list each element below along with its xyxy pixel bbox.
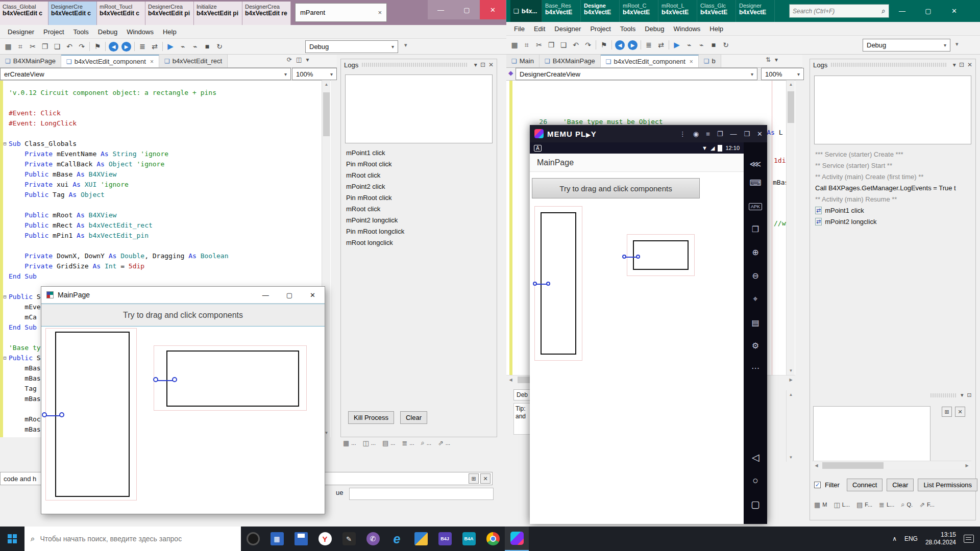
scrollbar-thumb[interactable] (788, 91, 794, 123)
stop-icon[interactable]: ■ (707, 39, 720, 51)
dock-icon[interactable]: ⊞ (469, 473, 479, 484)
logs-horizontal-scrollbar[interactable]: ◀ ▶ (812, 461, 971, 469)
settings-icon[interactable]: ⚙ (744, 341, 767, 350)
log-entry[interactable]: Pin mRoot click (346, 192, 493, 203)
close-panel-icon[interactable]: ✕ (967, 61, 972, 68)
memu-titlebar[interactable]: MEMU PL▶Y ⋮◉≡❐—❒✕ (530, 125, 767, 142)
code-tab[interactable]: ❏Main (506, 55, 540, 67)
scroll-right-icon[interactable]: ▶ (963, 461, 971, 470)
log-entry[interactable]: mPoint2 longclick (346, 214, 493, 226)
volume-up-icon[interactable]: ⊕ (744, 247, 767, 257)
panel-tab[interactable]: ≣... (402, 439, 414, 447)
window-tab[interactable]: DesignerCreb4xVectEdit c (48, 2, 97, 25)
home-icon[interactable]: ○ (744, 475, 767, 486)
menu-item[interactable]: Designer (3, 26, 39, 38)
pin-terminal[interactable] (546, 282, 550, 286)
drag-hint-label[interactable]: Try to drag and click components (41, 304, 325, 327)
fold-icon[interactable]: ⊟ (1, 353, 9, 363)
scrollbar-thumb[interactable] (323, 92, 330, 136)
save-icon[interactable] (289, 527, 313, 551)
rect-component[interactable] (166, 350, 299, 407)
close-panel-icon[interactable]: ✕ (955, 407, 965, 417)
panel-tab[interactable]: ⌕Q. (901, 500, 913, 509)
window-tab[interactable]: mRoot_Touclb4xVectEdit c (97, 2, 145, 25)
menu-item[interactable]: File (509, 23, 529, 35)
menu-item[interactable]: Help (705, 23, 728, 35)
stop-icon[interactable]: ■ (201, 40, 213, 53)
pin-panel-icon[interactable]: ⊡ (967, 392, 972, 398)
window-tab[interactable]: mRoot_Lb4xVectE (658, 0, 697, 22)
watch-box[interactable] (813, 406, 930, 461)
window-tab[interactable]: mRoot_Cb4xVectE (620, 0, 658, 22)
scroll-up-icon[interactable]: ▲ (322, 80, 331, 89)
modules-icon[interactable]: ▦ (2, 40, 14, 53)
cut-icon[interactable]: ✂ (533, 39, 545, 51)
panel-tab[interactable]: ⌕... (421, 439, 431, 447)
maximize-button[interactable]: ▢ (915, 0, 941, 22)
search-input[interactable] (793, 8, 869, 15)
panel-tab[interactable]: ◫L... (834, 500, 850, 509)
bookmark-icon[interactable]: ⚑ (91, 40, 104, 53)
cut-icon[interactable]: ✂ (27, 40, 39, 53)
panel-tab[interactable]: ▤F... (856, 500, 872, 509)
code-app-icon[interactable]: ✎ (337, 527, 361, 551)
scroll-down-icon[interactable]: ▼ (787, 366, 795, 375)
fold-icon[interactable]: ⊟ (1, 292, 9, 302)
close-panel-icon[interactable]: ✕ (488, 61, 494, 68)
minimize-button[interactable]: — (889, 0, 915, 22)
menu-item[interactable]: Debug (640, 23, 669, 35)
pin-terminal[interactable] (172, 377, 177, 382)
logs-panel-header[interactable]: Logs ▾ ⊡ ✕ (810, 59, 975, 70)
recents-icon[interactable]: ▢ (744, 498, 767, 510)
window-tab[interactable]: Designerb4xVectE (736, 0, 775, 22)
log-filter-box[interactable] (814, 76, 971, 144)
tray-expand-icon[interactable]: ∧ (892, 535, 897, 542)
shared-folder-icon[interactable]: ▤ (744, 318, 767, 328)
chevron-down-icon[interactable]: ▾ (953, 61, 956, 68)
app-blue-icon[interactable]: ▦ (265, 527, 289, 551)
panel-tab[interactable]: ▤... (382, 439, 395, 447)
panel-tab[interactable]: ◫... (362, 439, 375, 447)
step-icon[interactable]: ⌁ (177, 40, 189, 53)
list-permissions-button[interactable]: List Permissions (918, 479, 977, 491)
pin-terminal[interactable] (622, 255, 626, 259)
dock-icon[interactable]: ⊞ (942, 407, 952, 417)
forward-icon[interactable]: ▶ (121, 42, 131, 52)
maximize-icon[interactable]: ❒ (744, 130, 750, 138)
memu-emulator-window[interactable]: MEMU PL▶Y ⋮◉≡❐—❒✕ A ▼ ◢ 12:10 MainPage T… (530, 125, 767, 524)
filter-checkbox[interactable]: ✓ (814, 482, 821, 488)
input-strip[interactable] (349, 488, 494, 500)
close-button[interactable]: ✕ (480, 0, 506, 19)
menu-item[interactable]: Debug (93, 26, 122, 38)
close-tab-icon[interactable]: × (378, 9, 382, 16)
log-entry[interactable]: Call B4XPages.GetManager.LogEvents = Tru… (815, 182, 971, 193)
window-tab[interactable]: Class_Glcb4xVectE (697, 0, 736, 22)
pin-terminal[interactable] (153, 377, 158, 382)
undo-icon[interactable]: ↶ (570, 39, 582, 51)
menu-item[interactable]: Help (158, 26, 181, 38)
close-button[interactable]: ✕ (941, 0, 967, 22)
rect-component[interactable] (633, 240, 689, 270)
kill-process-button[interactable]: Kill Process (348, 411, 394, 424)
forward-icon[interactable]: ▶ (628, 40, 638, 50)
log-entry[interactable]: Pin mRoot longclick (346, 226, 493, 237)
panel-vertical-scrollbar[interactable]: ▲ ▼ (786, 390, 795, 462)
window-tab[interactable]: ❏b4x... (510, 0, 542, 22)
menu-item[interactable]: Tools (69, 26, 93, 38)
code-tab[interactable]: ❏b4xVectEdit_component× (61, 55, 159, 67)
window-tab[interactable]: DesignerCreab4xVectEdit pi (145, 2, 194, 25)
designer-icon[interactable]: ⌗ (521, 39, 533, 51)
editor-vertical-scrollbar[interactable]: ▲ ▼ (786, 80, 795, 375)
restart-icon[interactable]: ↻ (720, 39, 732, 51)
refresh-icon[interactable]: ⟳ (287, 56, 292, 63)
log-entry[interactable]: mPoint2 click (346, 181, 493, 192)
menu-item[interactable]: Project (39, 26, 68, 38)
log-entry[interactable]: mRoot click (346, 169, 493, 181)
log-entry[interactable]: mRoot click (346, 203, 493, 214)
restart-icon[interactable]: ↻ (213, 40, 226, 53)
pin-panel-icon[interactable]: ⊡ (959, 61, 964, 68)
window-tab[interactable]: Class_Globalb4xVectEdit c (0, 2, 48, 25)
menu-icon[interactable]: ≡ (706, 130, 710, 138)
toolbar-overflow-icon[interactable]: ▾ (955, 41, 959, 47)
fullscreen-icon[interactable]: ❐ (744, 224, 767, 234)
